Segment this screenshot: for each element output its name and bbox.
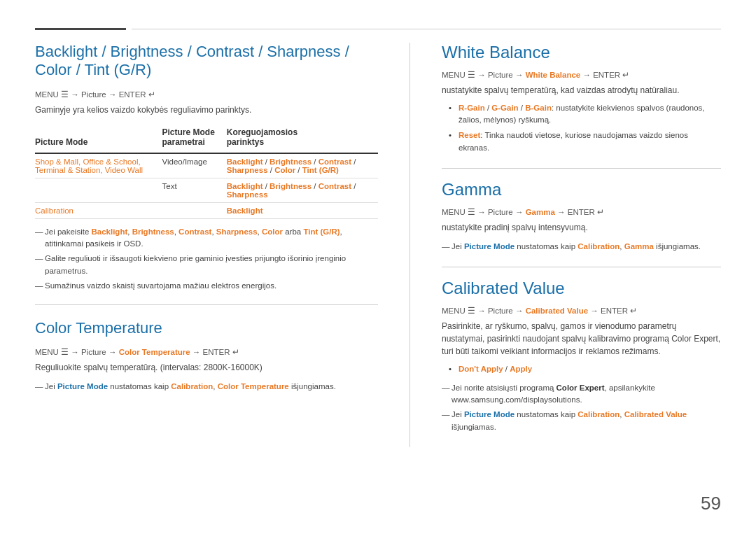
white-balance-body: nustatykite spalvų temperatūrą, kad vaiz… [442, 84, 721, 97]
color-temp-menu-path: MENU ☰ → Picture → Color Temperature → E… [35, 347, 378, 357]
section-divider-1 [35, 304, 378, 305]
main-body-text: Gaminyje yra kelios vaizdo kokybės regul… [35, 104, 378, 116]
white-balance-bullets: R-Gain / G-Gain / B-Gain: nustatykite ki… [449, 102, 721, 154]
color-temp-note: Jei Picture Mode nustatomas kaip Calibra… [35, 381, 378, 393]
table-row: Text Backlight / Brightness / Contrast /… [35, 178, 378, 202]
table-header-2: Picture Modeparametrai [162, 125, 226, 153]
table-cell-options-2: Backlight / Brightness / Contrast / Shar… [227, 178, 378, 202]
note-item-2: Galite reguliuoti ir išsaugoti kiekvieno… [35, 253, 378, 277]
table-cell-mode-1: Shop & Mall, Office & School,Terminal & … [35, 153, 162, 178]
bullet-item-reset: Reset: Tinka naudoti vietose, kuriose na… [449, 129, 721, 154]
gamma-note: Jei Picture Mode nustatomas kaip Calibra… [442, 241, 721, 253]
table-header-3: Koreguojamosiosparinktys [227, 125, 378, 153]
gamma-notes: Jei Picture Mode nustatomas kaip Calibra… [442, 241, 721, 253]
main-section-title: Backlight / Brightness / Contrast / Shar… [35, 43, 378, 80]
page-number: 59 [701, 493, 721, 514]
left-column: Backlight / Brightness / Contrast / Shar… [35, 43, 378, 447]
calibrated-value-title: Calibrated Value [442, 279, 721, 299]
top-decorative-lines [35, 28, 721, 30]
table-header-1: Picture Mode [35, 125, 162, 153]
calibrated-note-1: Jei norite atsisiųsti programą Color Exp… [442, 382, 721, 407]
color-temp-title: Color Temperature [35, 319, 378, 337]
table-cell-param-2: Text [162, 178, 226, 202]
section-divider-3 [442, 267, 721, 267]
gamma-section: Gamma MENU ☰ → Picture → Gamma → ENTER ↵… [442, 180, 721, 253]
page-container: Backlight / Brightness / Contrast / Shar… [0, 0, 756, 534]
table-cell-options-1: Backlight / Brightness / Contrast / Shar… [227, 153, 378, 178]
calibrated-value-section: Calibrated Value MENU ☰ → Picture → Cali… [442, 279, 721, 433]
bullet-item-rgain: R-Gain / G-Gain / B-Gain: nustatykite ki… [449, 102, 721, 127]
table-cell-param-1: Video/Image [162, 153, 226, 178]
table-cell-mode-2 [35, 178, 162, 202]
color-temp-body: Reguliuokite spalvų temperatūrą. (interv… [35, 361, 378, 374]
bullet-item-dont-apply: Don't Apply / Apply [449, 363, 721, 375]
calibrated-note-2: Jei Picture Mode nustatomas kaip Calibra… [442, 409, 721, 433]
table-row: Calibration Backlight [35, 202, 378, 218]
table-row: Shop & Mall, Office & School,Terminal & … [35, 153, 378, 178]
calibrated-value-menu-path: MENU ☰ → Picture → Calibrated Value → EN… [442, 306, 721, 316]
calibrated-value-notes: Jei norite atsisiųsti programą Color Exp… [442, 382, 721, 433]
right-column: White Balance MENU ☰ → Picture → White B… [442, 43, 721, 447]
section-divider-2 [442, 168, 721, 169]
top-line-dark [35, 28, 126, 30]
column-divider [410, 43, 410, 447]
gamma-menu-path: MENU ☰ → Picture → Gamma → ENTER ↵ [442, 207, 721, 217]
picture-mode-table: Picture Mode Picture Modeparametrai Kore… [35, 125, 378, 219]
white-balance-title: White Balance [442, 43, 721, 63]
main-notes: Jei pakeisite Backlight, Brightness, Con… [35, 226, 378, 292]
color-temperature-section: Color Temperature MENU ☰ → Picture → Col… [35, 319, 378, 393]
white-balance-menu-path: MENU ☰ → Picture → White Balance → ENTER… [442, 70, 721, 80]
note-item-1: Jei pakeisite Backlight, Brightness, Con… [35, 226, 378, 251]
table-cell-mode-3: Calibration [35, 202, 162, 218]
main-columns: Backlight / Brightness / Contrast / Shar… [35, 43, 721, 447]
top-line-light [132, 29, 721, 29]
white-balance-section: White Balance MENU ☰ → Picture → White B… [442, 43, 721, 154]
gamma-body: nustatykite pradinį spalvų intensyvumą. [442, 221, 721, 234]
color-temp-notes: Jei Picture Mode nustatomas kaip Calibra… [35, 381, 378, 393]
calibrated-value-body: Pasirinkite, ar ryškumo, spalvų, gamos i… [442, 320, 721, 358]
note-item-3: Sumažinus vaizdo skaistį suvartojama maž… [35, 280, 378, 292]
calibrated-value-bullets: Don't Apply / Apply [449, 363, 721, 375]
table-cell-param-3 [162, 202, 226, 218]
table-cell-options-3: Backlight [227, 202, 378, 218]
main-menu-path: MENU ☰ → Picture → ENTER ↵ [35, 90, 378, 99]
gamma-title: Gamma [442, 180, 721, 200]
